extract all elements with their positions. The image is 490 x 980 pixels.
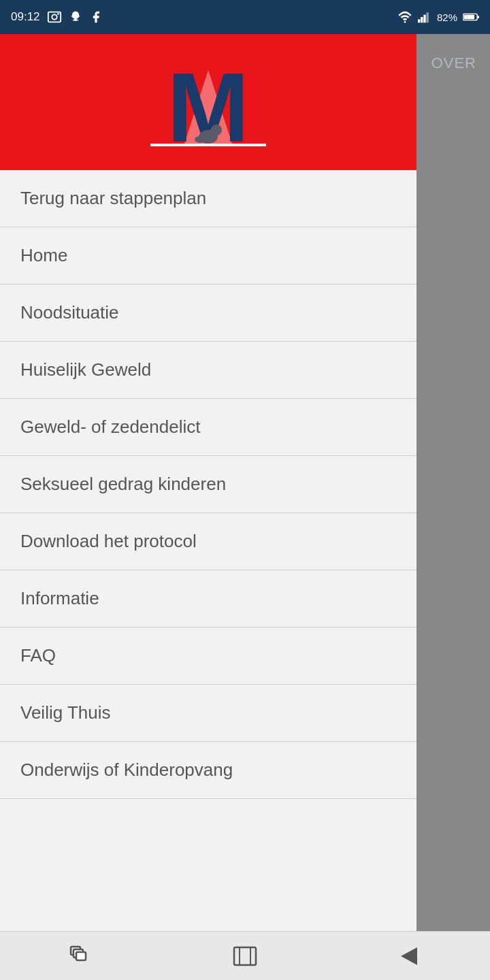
menu-panel: M Terug naar stappenplan Home Noodsituat…	[0, 34, 416, 980]
svg-point-1	[52, 14, 56, 19]
logo-header: M	[0, 34, 416, 170]
signal-icon	[418, 11, 431, 23]
back-button[interactable]	[388, 939, 429, 973]
svg-rect-10	[463, 15, 474, 19]
app-logo: M	[140, 50, 276, 155]
recent-apps-icon	[68, 944, 95, 968]
svg-rect-4	[418, 19, 420, 22]
menu-item-faq[interactable]: FAQ	[0, 627, 416, 685]
svg-point-2	[57, 13, 59, 15]
svg-rect-20	[76, 952, 86, 960]
back-button-icon	[395, 944, 421, 968]
wifi-icon	[397, 10, 412, 24]
menu-item-noodsituatie[interactable]: Noodsituatie	[0, 284, 416, 342]
logo-wrapper: M	[140, 50, 276, 155]
svg-rect-9	[477, 16, 479, 18]
menu-item-home[interactable]: Home	[0, 227, 416, 284]
status-bar-right: 82%	[397, 10, 479, 24]
home-button[interactable]	[225, 939, 265, 973]
menu-item-terug[interactable]: Terug naar stappenplan	[0, 170, 416, 227]
menu-item-informatie[interactable]: Informatie	[0, 570, 416, 627]
time-display: 09:12	[11, 10, 40, 24]
menu-item-download-protocol[interactable]: Download het protocol	[0, 513, 416, 570]
photo-icon	[47, 10, 62, 24]
svg-marker-23	[401, 947, 417, 965]
snapchat-icon	[69, 10, 82, 24]
facebook-icon	[89, 10, 103, 24]
status-bar: 09:12 82%	[0, 0, 490, 34]
menu-item-veilig-thuis[interactable]: Veilig Thuis	[0, 685, 416, 742]
menu-item-onderwijs-kinderopvang[interactable]: Onderwijs of Kinderopvang	[0, 742, 416, 799]
svg-point-17	[207, 129, 215, 139]
status-bar-left: 09:12	[11, 10, 103, 24]
svg-rect-22	[240, 947, 250, 965]
over-label: OVER	[431, 54, 476, 72]
svg-rect-7	[426, 12, 428, 22]
battery-display: 82%	[437, 12, 457, 23]
menu-item-seksueel-gedrag[interactable]: Seksueel gedrag kinderen	[0, 456, 416, 513]
svg-rect-21	[234, 947, 256, 965]
home-button-icon	[231, 944, 259, 968]
svg-rect-5	[421, 17, 423, 22]
svg-point-3	[404, 21, 406, 23]
recent-apps-button[interactable]	[61, 939, 102, 973]
battery-icon	[463, 12, 479, 22]
svg-point-16	[195, 136, 206, 143]
bottom-nav	[0, 931, 490, 980]
menu-item-huiselijk-geweld[interactable]: Huiselijk Geweld	[0, 342, 416, 399]
menu-item-geweld-zedendelict[interactable]: Geweld- of zedendelict	[0, 399, 416, 456]
svg-rect-6	[423, 15, 425, 23]
